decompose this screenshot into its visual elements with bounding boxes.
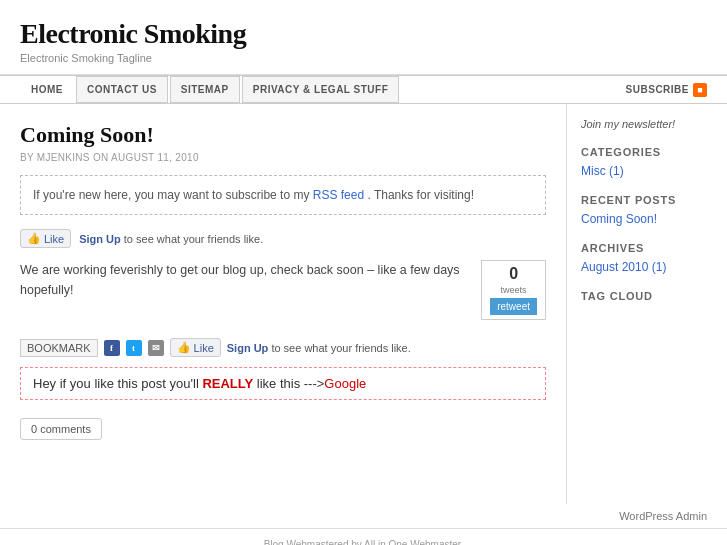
nav-right: SUBSCRIBE ■	[626, 83, 707, 97]
post-title: Coming Soon!	[20, 122, 546, 148]
categories-heading: Categories	[581, 146, 713, 158]
category-misc-count: (1)	[609, 164, 624, 178]
newsletter-label: Join my newsletter!	[581, 118, 713, 130]
nav-contact[interactable]: CONTACT US	[76, 76, 168, 103]
site-tagline: Electronic Smoking Tagline	[20, 52, 707, 64]
bookmark-row: BOOKMARK f t ✉ 👍 Like Sign Up to see wha…	[20, 338, 546, 357]
footer: Blog Webmastered by All in One Webmaster…	[0, 528, 727, 545]
comments-number: 0	[31, 423, 37, 435]
promo-link[interactable]: Google	[324, 376, 366, 391]
archive-aug-label: August 2010	[581, 260, 648, 274]
rss-feed-link[interactable]: RSS feed	[313, 188, 364, 202]
retweet-button[interactable]: retweet	[490, 298, 537, 315]
post-footer: BOOKMARK f t ✉ 👍 Like Sign Up to see wha…	[20, 338, 546, 440]
promo-prefix: Hey if you like this post you'll	[33, 376, 202, 391]
archives-heading: Archives	[581, 242, 713, 254]
tweet-label: tweets	[501, 285, 527, 295]
fb-signup-link-2[interactable]: Sign Up	[227, 342, 269, 354]
fb-signup-suffix-2: to see what your friends like.	[271, 342, 410, 354]
post-body: We are working feverishly to get our blo…	[20, 260, 471, 300]
twitter-share-icon[interactable]: t	[126, 340, 142, 356]
sidebar: Join my newsletter! Categories Misc (1) …	[567, 104, 727, 504]
promo-suffix: like this --->	[253, 376, 324, 391]
fb-signup-text: Sign Up to see what your friends like.	[79, 233, 263, 245]
archive-aug-link[interactable]: August 2010 (1)	[581, 260, 713, 274]
post-date: AUGUST 11, 2010	[111, 152, 199, 163]
category-misc-label: Misc	[581, 164, 606, 178]
post-meta-by: by	[20, 152, 34, 163]
sidebar-archives: Archives August 2010 (1)	[581, 242, 713, 274]
rss-icon[interactable]: ■	[693, 83, 707, 97]
fb-like-label-2: Like	[194, 342, 214, 354]
promo-bold: REALLY	[202, 376, 253, 391]
nav-privacy[interactable]: PRIVACY & LEGAL STUFF	[242, 76, 400, 103]
bookmark-button[interactable]: BOOKMARK	[20, 339, 98, 357]
wp-admin-link[interactable]: WordPress Admin	[619, 510, 707, 522]
navigation: HOME CONTACT US SITEMAP PRIVACY & LEGAL …	[0, 75, 727, 104]
main-content: Coming Soon! by MJENKINS on AUGUST 11, 2…	[0, 104, 567, 504]
comments-count-box: 0 comments	[20, 418, 102, 440]
fb-like-button-2[interactable]: 👍 Like	[170, 338, 221, 357]
wp-admin-area: WordPress Admin	[0, 504, 727, 528]
category-misc-link[interactable]: Misc (1)	[581, 164, 713, 178]
sidebar-item-misc: Misc (1)	[581, 164, 713, 178]
email-share-icon[interactable]: ✉	[148, 340, 164, 356]
nav-home[interactable]: HOME	[20, 76, 74, 103]
tweet-box: 0 tweets retweet	[481, 260, 546, 320]
recent-post-link[interactable]: Coming Soon!	[581, 212, 713, 226]
tweet-count: 0	[490, 265, 537, 283]
sidebar-categories: Categories Misc (1)	[581, 146, 713, 178]
sidebar-recent-posts: Recent Posts Coming Soon!	[581, 194, 713, 226]
fb-signup-suffix: to see what your friends like.	[124, 233, 263, 245]
promo-box: Hey if you like this post you'll REALLY …	[20, 367, 546, 400]
fb-signup-text-2: Sign Up to see what your friends like.	[227, 342, 411, 354]
subscribe-box: If you're new here, you may want to subs…	[20, 175, 546, 215]
fb-signup-link[interactable]: Sign Up	[79, 233, 121, 245]
comments-label-text: comments	[40, 423, 91, 435]
archive-aug-count-val: (1)	[652, 260, 667, 274]
post-author: MJENKINS	[37, 152, 90, 163]
social-row-top: 👍 Like Sign Up to see what your friends …	[20, 229, 546, 248]
footer-credit: Blog Webmastered by All in One Webmaster…	[264, 539, 464, 545]
subscribe-box-suffix: . Thanks for visiting!	[367, 188, 474, 202]
facebook-share-icon[interactable]: f	[104, 340, 120, 356]
subscribe-box-text: If you're new here, you may want to subs…	[33, 188, 309, 202]
content-area: Coming Soon! by MJENKINS on AUGUST 11, 2…	[0, 104, 727, 504]
post-meta: by MJENKINS on AUGUST 11, 2010	[20, 152, 546, 163]
site-title: Electronic Smoking	[20, 18, 707, 50]
tag-cloud-heading: Tag Cloud	[581, 290, 713, 302]
post-body-area: 0 tweets retweet We are working feverish…	[20, 260, 546, 328]
thumb-icon: 👍	[27, 232, 41, 245]
sidebar-newsletter: Join my newsletter!	[581, 118, 713, 130]
nav-sitemap[interactable]: SITEMAP	[170, 76, 240, 103]
recent-posts-heading: Recent Posts	[581, 194, 713, 206]
post-meta-on: on	[93, 152, 111, 163]
fb-like-label: Like	[44, 233, 64, 245]
nav-left: HOME CONTACT US SITEMAP PRIVACY & LEGAL …	[20, 76, 399, 103]
thumb-icon-2: 👍	[177, 341, 191, 354]
sidebar-tag-cloud: Tag Cloud	[581, 290, 713, 302]
subscribe-label: SUBSCRIBE	[626, 84, 689, 95]
fb-like-button[interactable]: 👍 Like	[20, 229, 71, 248]
